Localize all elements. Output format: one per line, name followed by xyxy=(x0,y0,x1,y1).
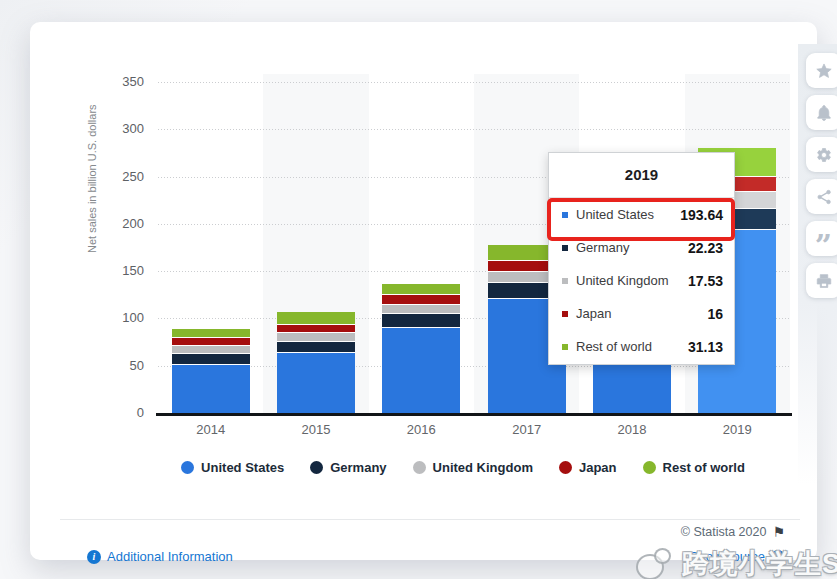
info-icon: i xyxy=(87,550,101,564)
chart-tooltip: 2019 United States193.64Germany22.23Unit… xyxy=(548,152,735,365)
tooltip-row-japan: Japan16 xyxy=(549,297,734,330)
bar-segment-japan-2015[interactable] xyxy=(277,325,355,333)
legend-item-germany[interactable]: Germany xyxy=(310,460,386,475)
additional-information-link[interactable]: i Additional Information xyxy=(87,549,233,564)
x-axis-line xyxy=(156,413,792,416)
printer-icon xyxy=(815,272,833,290)
info-icon: i xyxy=(771,550,785,564)
y-tick-150: 150 xyxy=(100,263,144,278)
copyright-text: © Statista 2020 xyxy=(681,525,767,539)
print-button[interactable] xyxy=(806,263,837,298)
bar-segment-rest-of-world-2016[interactable] xyxy=(382,284,460,295)
gridline-50 xyxy=(158,366,790,367)
bar-segment-japan-2014[interactable] xyxy=(172,338,250,345)
show-source-link[interactable]: Show source i xyxy=(690,549,785,564)
legend-label: Japan xyxy=(579,460,617,475)
bar-segment-united-kingdom-2014[interactable] xyxy=(172,346,250,354)
legend-dot-icon xyxy=(413,461,426,474)
tooltip-label: Rest of world xyxy=(576,339,652,354)
gear-icon xyxy=(815,146,833,164)
quote-icon: ” xyxy=(815,241,832,251)
show-source-label: Show source xyxy=(690,549,765,564)
chart-legend: United StatesGermanyUnited KingdomJapanR… xyxy=(140,460,786,475)
legend-dot-icon xyxy=(559,461,572,474)
gridline-300 xyxy=(158,129,790,130)
bar-segment-united-states-2014[interactable] xyxy=(172,365,250,413)
x-label-2015: 2015 xyxy=(263,422,368,437)
x-label-2019: 2019 xyxy=(685,422,790,437)
tooltip-label: United Kingdom xyxy=(576,273,669,288)
cite-button[interactable]: ” xyxy=(806,221,837,256)
favorite-button[interactable] xyxy=(806,53,837,88)
highlight-annotation-box xyxy=(547,198,735,241)
x-label-2018: 2018 xyxy=(579,422,684,437)
legend-dot-icon xyxy=(310,461,323,474)
bar-segment-rest-of-world-2015[interactable] xyxy=(277,312,355,325)
star-icon xyxy=(815,62,833,80)
statistic-card: ” 05010015020025030035020142015201620172… xyxy=(30,22,817,560)
bar-segment-rest-of-world-2014[interactable] xyxy=(172,329,250,338)
y-tick-50: 50 xyxy=(100,358,144,373)
bar-segment-united-kingdom-2016[interactable] xyxy=(382,305,460,314)
additional-information-label: Additional Information xyxy=(107,549,233,564)
legend-item-japan[interactable]: Japan xyxy=(559,460,617,475)
share-icon xyxy=(815,188,833,206)
bar-segment-united-states-2016[interactable] xyxy=(382,328,460,413)
tooltip-bullet-icon xyxy=(562,278,568,284)
watermark-logo-icon xyxy=(636,548,674,579)
tooltip-value: 22.23 xyxy=(688,240,723,256)
legend-label: United Kingdom xyxy=(433,460,533,475)
tooltip-label: Germany xyxy=(576,240,629,255)
tooltip-title: 2019 xyxy=(549,153,734,198)
tooltip-bullet-icon xyxy=(562,344,568,350)
y-tick-100: 100 xyxy=(100,310,144,325)
bar-segment-germany-2014[interactable] xyxy=(172,354,250,365)
legend-dot-icon xyxy=(643,461,656,474)
y-tick-300: 300 xyxy=(100,121,144,136)
legend-label: Germany xyxy=(330,460,386,475)
gridline-350 xyxy=(158,82,790,83)
tooltip-value: 16 xyxy=(707,306,723,322)
tooltip-bullet-icon xyxy=(562,311,568,317)
legend-item-united-kingdom[interactable]: United Kingdom xyxy=(413,460,533,475)
y-tick-250: 250 xyxy=(100,169,144,184)
y-tick-350: 350 xyxy=(100,74,144,89)
x-label-2014: 2014 xyxy=(158,422,263,437)
legend-item-rest-of-world[interactable]: Rest of world xyxy=(643,460,745,475)
tooltip-label: Japan xyxy=(576,306,611,321)
legend-label: United States xyxy=(201,460,284,475)
bar-segment-germany-2015[interactable] xyxy=(277,342,355,353)
y-tick-200: 200 xyxy=(100,216,144,231)
notifications-button[interactable] xyxy=(806,95,837,130)
tooltip-row-rest-of-world: Rest of world31.13 xyxy=(549,330,734,363)
x-label-2016: 2016 xyxy=(369,422,474,437)
y-tick-0: 0 xyxy=(100,405,144,420)
bar-segment-united-states-2015[interactable] xyxy=(277,353,355,413)
tooltip-bullet-icon xyxy=(562,245,568,251)
bar-segment-united-kingdom-2015[interactable] xyxy=(277,333,355,342)
legend-label: Rest of world xyxy=(663,460,745,475)
x-label-2017: 2017 xyxy=(474,422,579,437)
page: ” 05010015020025030035020142015201620172… xyxy=(0,0,837,579)
bar-segment-germany-2016[interactable] xyxy=(382,314,460,327)
bar-segment-japan-2016[interactable] xyxy=(382,295,460,305)
legend-dot-icon xyxy=(181,461,194,474)
legend-item-united-states[interactable]: United States xyxy=(181,460,284,475)
flag-icon: ⚑ xyxy=(772,524,785,540)
tooltip-value: 31.13 xyxy=(688,339,723,355)
share-button[interactable] xyxy=(806,179,837,214)
footer-divider xyxy=(60,519,800,520)
bell-icon xyxy=(815,104,833,122)
copyright: © Statista 2020 ⚑ xyxy=(681,524,785,540)
tooltip-value: 17.53 xyxy=(688,273,723,289)
settings-button[interactable] xyxy=(806,137,837,172)
tooltip-row-united-kingdom: United Kingdom17.53 xyxy=(549,264,734,297)
